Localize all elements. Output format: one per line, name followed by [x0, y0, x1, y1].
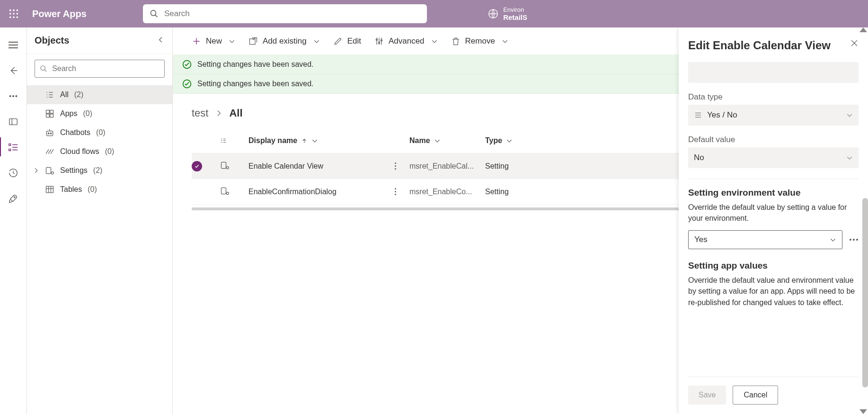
- environment-label: Environ: [503, 6, 527, 13]
- col-display-name[interactable]: Display name: [248, 136, 381, 145]
- chevron-right-icon: [215, 109, 222, 117]
- env-value-select[interactable]: Yes: [688, 230, 842, 249]
- svg-rect-16: [9, 144, 11, 146]
- search-icon: [150, 9, 159, 18]
- svg-rect-28: [46, 167, 51, 173]
- close-button[interactable]: [850, 39, 859, 49]
- add-existing-button[interactable]: Add existing: [244, 33, 325, 50]
- objects-panel: Objects All (2) Apps (0) Chatbots: [27, 27, 173, 414]
- svg-point-12: [9, 96, 11, 97]
- tree-item-tables[interactable]: Tables (0): [27, 180, 172, 199]
- svg-point-27: [50, 133, 52, 134]
- col-type[interactable]: Type: [485, 136, 561, 145]
- history-icon[interactable]: [7, 167, 19, 179]
- vertical-scrollbar[interactable]: [862, 198, 868, 387]
- settings-item-icon: [45, 166, 54, 175]
- environment-name: RetailS: [503, 13, 527, 21]
- tree-view-icon[interactable]: [7, 141, 19, 153]
- svg-point-13: [13, 96, 14, 97]
- objects-search-input[interactable]: [52, 64, 159, 73]
- tree-item-label: Tables: [60, 185, 82, 194]
- tree-item-apps[interactable]: Apps (0): [27, 104, 172, 123]
- app-values-description: Override the default value and environme…: [688, 275, 859, 308]
- svg-rect-21: [46, 110, 50, 114]
- collapse-panel-button[interactable]: [157, 36, 165, 45]
- top-app-bar: Power Apps Environ RetailS: [0, 0, 868, 27]
- globe-icon: [488, 9, 498, 19]
- sliders-icon: [374, 36, 384, 46]
- svg-point-9: [151, 10, 156, 16]
- svg-point-8: [17, 17, 18, 18]
- objects-tree: All (2) Apps (0) Chatbots (0) Cloud flow…: [27, 83, 172, 201]
- remove-button[interactable]: Remove: [446, 33, 513, 50]
- svg-point-19: [41, 66, 45, 70]
- arrow-up-icon: [301, 137, 308, 144]
- svg-point-29: [51, 172, 53, 174]
- tree-item-label: All: [60, 90, 69, 99]
- svg-line-20: [44, 70, 46, 72]
- rocket-icon[interactable]: [7, 192, 19, 205]
- row-display-name: EnableConfirmationDialog: [248, 188, 381, 196]
- data-type-select[interactable]: Yes / No: [688, 105, 859, 126]
- default-value-select[interactable]: No: [688, 147, 859, 168]
- svg-point-5: [17, 13, 18, 15]
- app-values-heading: Setting app values: [688, 261, 859, 271]
- objects-search[interactable]: [35, 60, 165, 78]
- more-icon[interactable]: [7, 90, 19, 102]
- setting-icon: [220, 186, 248, 198]
- app-launcher-icon[interactable]: [0, 9, 27, 19]
- edit-button[interactable]: Edit: [328, 33, 366, 50]
- tree-item-count: (0): [105, 147, 115, 156]
- svg-rect-24: [50, 114, 53, 117]
- new-button[interactable]: New: [187, 33, 240, 50]
- default-value-label: Default value: [688, 135, 859, 144]
- chevron-down-icon: [502, 38, 508, 45]
- edit-panel: Edit Enable Calendar View Data type Yes …: [679, 27, 868, 414]
- tree-item-count: (0): [96, 128, 106, 137]
- apps-icon: [45, 109, 54, 118]
- global-search[interactable]: [143, 4, 427, 23]
- tree-item-settings[interactable]: Settings (2): [27, 161, 172, 180]
- setting-icon: [220, 161, 248, 172]
- add-existing-icon: [248, 36, 258, 46]
- svg-point-7: [13, 17, 15, 18]
- advanced-button[interactable]: Advanced: [370, 33, 443, 50]
- display-name-field[interactable]: [688, 62, 859, 83]
- check-circle-icon: [182, 60, 192, 69]
- scroll-up-icon[interactable]: [859, 27, 867, 32]
- canvas-icon[interactable]: [7, 116, 19, 128]
- svg-rect-15: [9, 119, 18, 125]
- chevron-left-icon: [157, 36, 165, 44]
- advanced-label: Advanced: [389, 36, 425, 46]
- objects-title: Objects: [35, 35, 69, 46]
- save-button[interactable]: Save: [688, 386, 726, 405]
- hamburger-button[interactable]: [7, 39, 19, 51]
- cancel-button[interactable]: Cancel: [733, 386, 778, 405]
- breadcrumb-root[interactable]: test: [192, 107, 208, 119]
- col-name[interactable]: Name: [409, 136, 485, 145]
- row-checkbox[interactable]: [192, 161, 202, 171]
- tree-item-cloudflows[interactable]: Cloud flows (0): [27, 142, 172, 161]
- data-type-label: Data type: [688, 92, 859, 102]
- environment-picker[interactable]: Environ RetailS: [488, 6, 527, 21]
- back-button[interactable]: [7, 64, 19, 77]
- tree-item-all[interactable]: All (2): [27, 85, 172, 104]
- scroll-down-icon[interactable]: [859, 409, 867, 414]
- tree-item-label: Settings: [60, 166, 88, 175]
- toast-text: Setting changes have been saved.: [197, 80, 314, 88]
- tree-item-chatbots[interactable]: Chatbots (0): [27, 123, 172, 142]
- row-more-button[interactable]: [381, 162, 409, 170]
- trash-icon: [451, 36, 461, 46]
- left-rail: [0, 27, 27, 414]
- svg-rect-37: [221, 162, 226, 168]
- svg-point-38: [226, 166, 229, 169]
- global-search-input[interactable]: [164, 9, 420, 18]
- chevron-down-icon: [431, 38, 438, 45]
- new-label: New: [206, 36, 222, 46]
- svg-point-26: [48, 133, 49, 134]
- table-icon: [45, 185, 54, 194]
- chevron-down-icon: [311, 137, 318, 144]
- env-value-more-button[interactable]: [849, 239, 859, 241]
- bot-icon: [45, 128, 54, 137]
- row-more-button[interactable]: [381, 188, 409, 195]
